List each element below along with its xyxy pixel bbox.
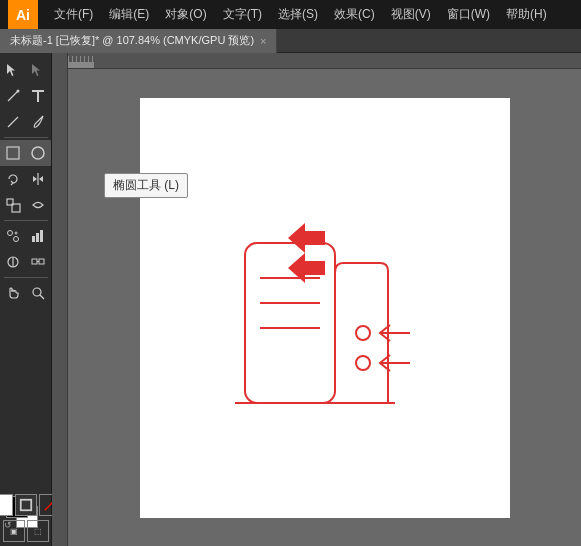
tool-row-1	[0, 57, 51, 83]
direct-select-tool[interactable]	[26, 57, 52, 83]
svg-rect-2	[37, 90, 39, 102]
rotate-tool[interactable]	[0, 166, 26, 192]
tool-row-7	[0, 223, 51, 249]
svg-rect-13	[40, 230, 43, 242]
menu-help[interactable]: 帮助(H)	[498, 0, 555, 29]
column-graph-tool[interactable]	[26, 223, 52, 249]
screen-mode-2[interactable]: ⬚	[27, 520, 49, 542]
ai-logo: Ai	[8, 0, 38, 29]
tool-separator-3	[4, 277, 48, 278]
svg-point-9	[13, 237, 18, 242]
menu-select[interactable]: 选择(S)	[270, 0, 326, 29]
svg-rect-17	[39, 259, 44, 264]
menu-bar: 文件(F) 编辑(E) 对象(O) 文字(T) 选择(S) 效果(C) 视图(V…	[46, 0, 573, 29]
ellipse-tool[interactable]	[26, 140, 52, 166]
change-screen-mode[interactable]: ▣	[3, 520, 25, 542]
active-tab[interactable]: 未标题-1 [已恢复]* @ 107.84% (CMYK/GPU 预览) ×	[0, 29, 277, 53]
rectangle-tool[interactable]	[0, 140, 26, 166]
svg-point-29	[356, 326, 370, 340]
svg-point-4	[32, 147, 44, 159]
menu-edit[interactable]: 编辑(E)	[101, 0, 157, 29]
warp-tool[interactable]	[26, 192, 52, 218]
toolbar: ↺ ⇄ ▣ ⬚	[0, 53, 52, 546]
type-tool[interactable]	[26, 83, 52, 109]
blend-tool[interactable]	[26, 249, 52, 275]
tool-row-9	[0, 280, 51, 306]
svg-point-8	[7, 231, 12, 236]
menu-effect[interactable]: 效果(C)	[326, 0, 383, 29]
tool-row-5	[0, 166, 51, 192]
tool-row-2	[0, 83, 51, 109]
tab-bar: 未标题-1 [已恢复]* @ 107.84% (CMYK/GPU 预览) ×	[0, 29, 581, 53]
fill-mode[interactable]	[0, 494, 13, 516]
tab-label: 未标题-1 [已恢复]* @ 107.84% (CMYK/GPU 预览)	[10, 33, 254, 48]
svg-rect-21	[20, 500, 31, 511]
menu-view[interactable]: 视图(V)	[383, 0, 439, 29]
tooltip: 椭圆工具 (L)	[104, 173, 188, 198]
tool-row-4	[0, 140, 51, 166]
svg-point-30	[356, 356, 370, 370]
svg-rect-11	[32, 236, 35, 242]
ruler-horizontal	[52, 53, 581, 69]
menu-object[interactable]: 对象(O)	[157, 0, 214, 29]
tool-row-8	[0, 249, 51, 275]
svg-point-10	[15, 232, 17, 234]
tool-row-3	[0, 109, 51, 135]
menu-window[interactable]: 窗口(W)	[439, 0, 498, 29]
gradient-tool[interactable]	[0, 249, 26, 275]
tool-separator-2	[4, 220, 48, 221]
title-bar: Ai 文件(F) 编辑(E) 对象(O) 文字(T) 选择(S) 效果(C) 视…	[0, 0, 581, 29]
svg-point-19	[33, 288, 41, 296]
svg-line-20	[40, 295, 44, 299]
tooltip-text: 椭圆工具 (L)	[113, 178, 179, 192]
white-canvas	[140, 98, 510, 518]
zoom-tool[interactable]	[26, 280, 52, 306]
canvas-area: 椭圆工具 (L)	[52, 53, 581, 546]
menu-file[interactable]: 文件(F)	[46, 0, 101, 29]
svg-rect-12	[36, 233, 39, 242]
ruler-vertical	[52, 53, 68, 546]
symbol-tool[interactable]	[0, 223, 26, 249]
main-layout: ↺ ⇄ ▣ ⬚	[0, 53, 581, 546]
svg-rect-23	[245, 243, 335, 403]
stroke-mode[interactable]	[15, 494, 37, 516]
select-tool[interactable]	[0, 57, 26, 83]
menu-text[interactable]: 文字(T)	[215, 0, 270, 29]
tab-close-button[interactable]: ×	[260, 35, 266, 47]
paintbrush-tool[interactable]	[26, 109, 52, 135]
svg-rect-16	[32, 259, 37, 264]
art-canvas	[68, 69, 581, 546]
svg-point-0	[16, 90, 19, 93]
artwork-svg	[225, 193, 425, 423]
pen-tool[interactable]	[0, 83, 26, 109]
hand-tool[interactable]	[0, 280, 26, 306]
tool-row-6	[0, 192, 51, 218]
pencil-tool[interactable]	[0, 109, 26, 135]
tool-separator-1	[4, 137, 48, 138]
ruler-tick	[93, 62, 94, 68]
toolbar-bottom: ▣ ⬚	[0, 494, 51, 542]
scale-tool[interactable]	[0, 192, 26, 218]
reflect-tool[interactable]	[26, 166, 52, 192]
svg-rect-3	[7, 147, 19, 159]
